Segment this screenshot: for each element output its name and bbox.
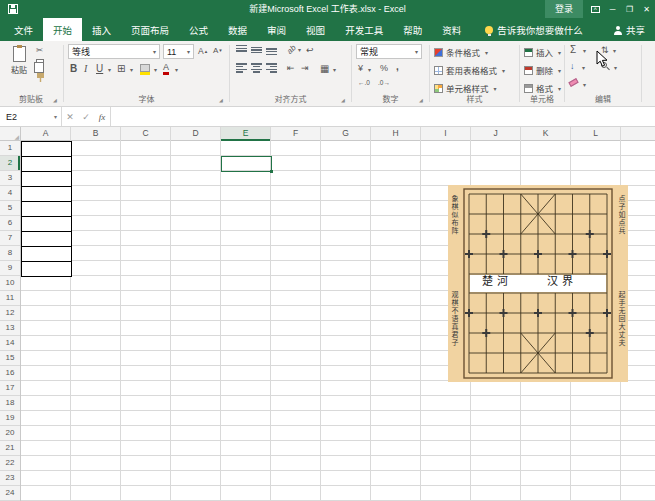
fill-button[interactable]: ↓ (570, 61, 575, 71)
column-header-L[interactable]: L (571, 127, 621, 141)
fill-dropdown[interactable]: ▾ (582, 64, 585, 71)
underline-button[interactable]: U (96, 63, 103, 74)
tab-9[interactable]: 帮助 (393, 18, 432, 41)
row-header-22[interactable]: 22 (0, 456, 20, 471)
font-name-combo[interactable]: 等线▾ (68, 44, 160, 59)
bordered-cell-A5[interactable] (21, 201, 72, 217)
delete-cells-button[interactable]: 删除 ▾ (524, 62, 561, 78)
row-header-3[interactable]: 3 (0, 171, 20, 186)
row-header-4[interactable]: 4 (0, 186, 20, 201)
accounting-format-button[interactable]: ¥ (358, 63, 363, 73)
italic-button[interactable]: I (84, 63, 87, 74)
row-header-23[interactable]: 23 (0, 471, 20, 486)
clear-button[interactable] (569, 80, 578, 85)
row-header-19[interactable]: 19 (0, 411, 20, 426)
tell-me-box[interactable]: 告诉我你想要做什么 (485, 18, 583, 41)
tab-10[interactable]: 资料 (432, 18, 471, 41)
insert-function-button[interactable]: fx (94, 112, 110, 122)
tab-7[interactable]: 视图 (296, 18, 335, 41)
decrease-indent-button[interactable]: ⇤ (287, 63, 295, 73)
autosum-dropdown[interactable]: ▾ (583, 47, 586, 54)
clipboard-dialog-launcher[interactable]: ◢ (53, 97, 57, 103)
name-box[interactable]: E2 ▾ (0, 107, 62, 126)
minimize-button[interactable]: ─ (604, 0, 621, 18)
bordered-cell-A3[interactable] (21, 171, 72, 187)
sheet-grid[interactable]: 象棋似布阵 点子如点兵 观棋不语真君子 起手无回大丈夫 楚河 汉界 (21, 141, 655, 501)
cut-button[interactable]: ✂ (36, 45, 43, 55)
bordered-cell-A8[interactable] (21, 246, 72, 262)
ribbon-display-options-button[interactable] (587, 0, 604, 18)
font-color-button[interactable]: A (163, 63, 169, 72)
clear-dropdown[interactable]: ▾ (583, 81, 586, 88)
share-button[interactable]: 共享 (614, 18, 645, 41)
column-header-I[interactable]: I (421, 127, 471, 141)
row-header-5[interactable]: 5 (0, 201, 20, 216)
orientation-button[interactable]: ab▾ (287, 45, 301, 54)
row-header-13[interactable]: 13 (0, 321, 20, 336)
confirm-entry-button[interactable]: ✓ (78, 112, 94, 122)
font-color-dropdown[interactable]: ▾ (175, 66, 178, 73)
close-button[interactable]: ✕ (638, 0, 655, 18)
column-header-E[interactable]: E (221, 127, 271, 141)
comma-style-button[interactable]: , (396, 61, 399, 72)
select-all-button[interactable]: ◢ (0, 127, 21, 141)
fill-color-button[interactable] (140, 64, 150, 72)
format-painter-button[interactable] (37, 73, 44, 82)
merge-center-dropdown[interactable]: ▾ (333, 66, 336, 73)
row-header-11[interactable]: 11 (0, 291, 20, 306)
increase-indent-button[interactable]: ⇥ (301, 63, 309, 73)
tab-1[interactable]: 开始 (43, 18, 82, 41)
chessboard-image[interactable]: 象棋似布阵 点子如点兵 观棋不语真君子 起手无回大丈夫 楚河 汉界 (448, 185, 628, 382)
bordered-cell-A9[interactable] (21, 261, 72, 277)
column-header-A[interactable]: A (21, 127, 71, 141)
bordered-cell-A4[interactable] (21, 186, 72, 202)
row-header-24[interactable]: 24 (0, 486, 20, 501)
row-header-7[interactable]: 7 (0, 231, 20, 246)
row-header-17[interactable]: 17 (0, 381, 20, 396)
column-header-G[interactable]: G (321, 127, 371, 141)
tab-4[interactable]: 公式 (179, 18, 218, 41)
insert-cells-button[interactable]: 插入 ▾ (524, 44, 561, 60)
row-header-12[interactable]: 12 (0, 306, 20, 321)
row-header-6[interactable]: 6 (0, 216, 20, 231)
format-as-table-button[interactable]: 套用表格格式 ▾ (434, 62, 505, 78)
tab-6[interactable]: 审阅 (257, 18, 296, 41)
column-header-J[interactable]: J (471, 127, 521, 141)
sort-filter-button[interactable]: ⇅ (601, 45, 609, 55)
align-center-button[interactable] (251, 63, 262, 73)
find-select-button[interactable] (601, 62, 607, 68)
tab-5[interactable]: 数据 (218, 18, 257, 41)
row-header-8[interactable]: 8 (0, 246, 20, 261)
wrap-text-button[interactable]: ↩ (306, 45, 314, 55)
tab-file[interactable]: 文件 (4, 18, 43, 41)
column-header-partial[interactable] (621, 127, 655, 141)
font-dialog-launcher[interactable]: ◢ (219, 97, 223, 103)
conditional-formatting-button[interactable]: 条件格式 ▾ (434, 44, 488, 60)
bordered-cell-A1[interactable] (21, 141, 72, 157)
tab-3[interactable]: 页面布局 (121, 18, 179, 41)
column-header-C[interactable]: C (121, 127, 171, 141)
align-right-button[interactable] (266, 63, 277, 73)
increase-font-size-button[interactable]: A▲ (198, 46, 208, 56)
accounting-format-dropdown[interactable]: ▾ (368, 66, 371, 73)
tab-2[interactable]: 插入 (82, 18, 121, 41)
bordered-cell-A6[interactable] (21, 216, 72, 232)
align-middle-button[interactable] (251, 45, 262, 55)
row-header-2[interactable]: 2 (0, 156, 20, 171)
column-header-F[interactable]: F (271, 127, 321, 141)
column-header-K[interactable]: K (521, 127, 571, 141)
row-header-21[interactable]: 21 (0, 441, 20, 456)
borders-button[interactable]: ⊞ (117, 63, 125, 74)
font-size-combo[interactable]: 11▾ (163, 44, 194, 59)
find-select-dropdown[interactable]: ▾ (614, 64, 617, 71)
borders-dropdown[interactable]: ▾ (130, 66, 133, 73)
row-header-18[interactable]: 18 (0, 396, 20, 411)
bold-button[interactable]: B (70, 63, 77, 74)
restore-button[interactable]: ❐ (621, 0, 638, 18)
underline-dropdown[interactable]: ▾ (108, 66, 111, 73)
percent-style-button[interactable]: % (380, 63, 388, 73)
number-format-combo[interactable]: 常规▾ (356, 44, 422, 59)
column-header-D[interactable]: D (171, 127, 221, 141)
decrease-font-size-button[interactable]: A▼ (213, 46, 223, 55)
copy-button[interactable] (36, 59, 44, 68)
